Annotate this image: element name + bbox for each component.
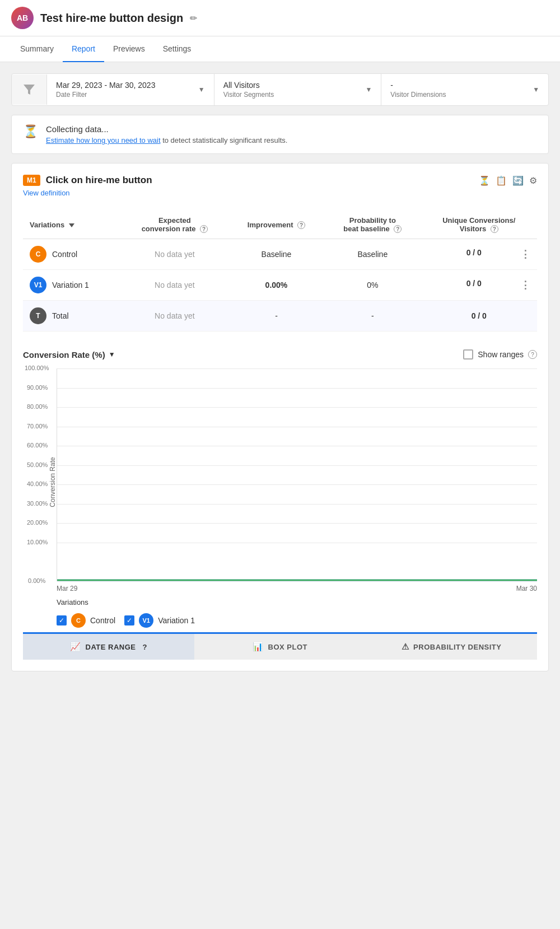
- row-v1-improvement: 0.00%: [228, 270, 324, 301]
- collecting-data-banner: ⏳ Collecting data... Estimate how long y…: [11, 115, 549, 154]
- settings-action-icon[interactable]: ⚙: [529, 175, 537, 186]
- table-row: C Control No data yet Baseline Baseline …: [23, 239, 537, 270]
- metric-badge: M1: [23, 175, 40, 186]
- table-row: V1 Variation 1 No data yet 0.00% 0% 0 / …: [23, 270, 537, 301]
- chart-title[interactable]: Conversion Rate (%) ▼: [23, 350, 115, 360]
- legend-item-v1[interactable]: ✓ V1 Variation 1: [124, 613, 195, 628]
- chart-title-chevron: ▼: [109, 351, 115, 358]
- estimate-link[interactable]: Estimate how long you need to wait: [46, 136, 161, 144]
- control-more-icon[interactable]: ⋮: [520, 248, 530, 260]
- chart-container: Conversion Rate 100.00% 90.00% 80.00% 70…: [57, 368, 537, 596]
- row-v1-probability: 0%: [324, 270, 421, 301]
- filter-icon: [23, 83, 35, 96]
- metric-card: M1 Click on hire-me button ⏳ 📋 🔄 ⚙ View …: [11, 163, 549, 671]
- row-total-name: T Total: [23, 301, 121, 332]
- tab-previews[interactable]: Previews: [104, 36, 154, 62]
- legend-label-control: Control: [90, 616, 115, 625]
- legend-badge-control: C: [71, 613, 86, 628]
- box-plot-icon: 📊: [253, 642, 264, 652]
- tab-report[interactable]: Report: [63, 36, 104, 62]
- show-ranges-area: Show ranges ?: [463, 349, 537, 360]
- col-probability: Probability tobeat baseline ?: [324, 211, 421, 239]
- visitor-dimensions-sub: Visitor Dimensions: [390, 91, 446, 99]
- total-badge: T: [30, 307, 46, 324]
- legend-badge-v1: V1: [139, 613, 153, 628]
- date-range-icon: 📈: [70, 642, 81, 652]
- probability-density-icon: ⚠: [402, 642, 409, 652]
- visitor-segments-dropdown[interactable]: All Visitors Visitor Segments ▼: [214, 74, 382, 105]
- main-content: Mar 29, 2023 - Mar 30, 2023 Date Filter …: [0, 62, 560, 683]
- row-control-probability: Baseline: [324, 239, 421, 270]
- avatar: AB: [11, 7, 34, 29]
- col-unique-conversions: Unique Conversions/Visitors ?: [421, 211, 537, 239]
- tab-box-plot[interactable]: 📊 BOX PLOT: [194, 634, 366, 660]
- chart-legend: ✓ C Control ✓ V1 Variation 1: [57, 613, 537, 628]
- x-label-mar30: Mar 30: [516, 585, 537, 592]
- row-v1-name: V1 Variation 1: [23, 270, 121, 301]
- chart-svg: [57, 368, 537, 581]
- collecting-status-text: Collecting data...: [46, 124, 287, 134]
- tab-probability-density[interactable]: ⚠ PROBABILITY DENSITY: [366, 634, 537, 660]
- visitor-dimensions-dropdown[interactable]: - Visitor Dimensions ▼: [381, 74, 548, 105]
- view-definition-link[interactable]: View definition: [23, 189, 70, 197]
- visitor-segments-sub: Visitor Segments: [223, 91, 274, 99]
- variations-filter-icon[interactable]: [69, 223, 74, 227]
- conversion-rate-help-icon[interactable]: ?: [200, 225, 208, 233]
- tab-date-range[interactable]: 📈 DATE RANGE ?: [23, 634, 194, 660]
- x-axis-labels: Mar 29 Mar 30: [57, 581, 537, 596]
- legend-label-v1: Variation 1: [158, 616, 195, 625]
- probability-density-label: PROBABILITY DENSITY: [413, 643, 501, 651]
- v1-more-icon[interactable]: ⋮: [520, 279, 530, 291]
- grid-line-zero: 0.00%: [57, 581, 537, 582]
- row-v1-unique: 0 / 0 ⋮: [421, 270, 537, 301]
- refresh-action-icon[interactable]: 🔄: [512, 175, 524, 186]
- unique-conversions-help-icon[interactable]: ?: [491, 225, 498, 233]
- show-ranges-checkbox[interactable]: [463, 349, 473, 360]
- improvement-help-icon[interactable]: ?: [297, 221, 305, 229]
- x-label-mar29: Mar 29: [57, 585, 77, 592]
- app-header: AB Test hire-me button design ✏: [0, 0, 560, 36]
- legend-checkbox-control[interactable]: ✓: [57, 615, 67, 625]
- metric-title: Click on hire-me button: [46, 175, 152, 186]
- row-control-conversion: No data yet: [121, 239, 228, 270]
- date-filter-chevron: ▼: [198, 86, 205, 94]
- row-total-conversion: No data yet: [121, 301, 228, 332]
- chart-section-bottom: Variations ✓ C Control ✓ V1 Va: [57, 598, 537, 628]
- filter-icon-box: [12, 74, 47, 105]
- bottom-tabs: 📈 DATE RANGE ? 📊 BOX PLOT ⚠ PROBABILITY …: [23, 632, 537, 660]
- show-ranges-label: Show ranges: [478, 350, 524, 359]
- show-ranges-help-icon[interactable]: ?: [528, 350, 537, 359]
- hourglass-icon: ⏳: [23, 124, 38, 139]
- chart-header: Conversion Rate (%) ▼ Show ranges ?: [23, 349, 537, 360]
- collecting-sub-text: Estimate how long you need to wait to de…: [46, 136, 287, 144]
- tab-settings[interactable]: Settings: [154, 36, 200, 62]
- row-control-improvement: Baseline: [228, 239, 324, 270]
- row-total-probability: -: [324, 301, 421, 332]
- chart-grid: 100.00% 90.00% 80.00% 70.00% 60.00% 50.0…: [57, 368, 537, 581]
- date-range-help-icon[interactable]: ?: [143, 643, 147, 651]
- visitor-dimensions-main: -: [390, 81, 446, 90]
- filter-bar: Mar 29, 2023 - Mar 30, 2023 Date Filter …: [11, 73, 549, 106]
- row-v1-conversion: No data yet: [121, 270, 228, 301]
- visitor-segments-chevron: ▼: [365, 86, 372, 94]
- app-title: Test hire-me button design: [40, 12, 183, 25]
- visitor-segments-main: All Visitors: [223, 81, 274, 90]
- table-row: T Total No data yet - - 0 / 0: [23, 301, 537, 332]
- date-filter-dropdown[interactable]: Mar 29, 2023 - Mar 30, 2023 Date Filter …: [47, 74, 214, 105]
- edit-icon[interactable]: ✏: [190, 13, 197, 24]
- copy-action-icon[interactable]: 📋: [496, 175, 507, 186]
- date-filter-main: Mar 29, 2023 - Mar 30, 2023: [56, 81, 155, 90]
- col-improvement: Improvement ?: [228, 211, 324, 239]
- chart-section: Conversion Rate (%) ▼ Show ranges ? Conv…: [23, 336, 537, 628]
- variations-legend-title: Variations: [57, 598, 537, 606]
- metric-data-table: Variations Expectedconversion rate ? Imp…: [23, 211, 537, 332]
- tab-summary[interactable]: Summary: [11, 36, 63, 62]
- control-badge: C: [30, 246, 46, 263]
- y-axis-label: Conversion Rate: [49, 457, 57, 507]
- probability-help-icon[interactable]: ?: [394, 225, 402, 233]
- legend-item-control[interactable]: ✓ C Control: [57, 613, 115, 628]
- v1-badge: V1: [30, 277, 46, 293]
- legend-checkbox-v1[interactable]: ✓: [124, 615, 134, 625]
- svg-marker-0: [24, 85, 35, 95]
- hourglass-action-icon[interactable]: ⏳: [479, 175, 490, 186]
